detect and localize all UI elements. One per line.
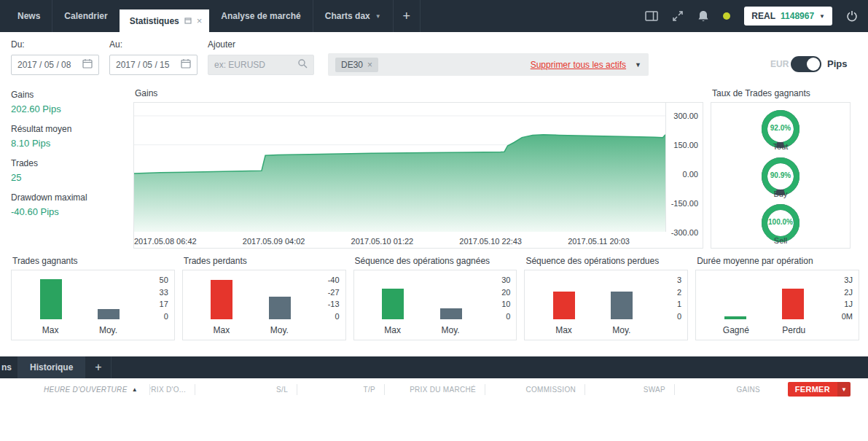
gains-area-chart: 300.00150.000.00-150.00-300.00 2017.05.0… [133, 102, 703, 249]
to-label: Au: [109, 39, 122, 50]
y-tick-label: 150.00 [673, 141, 698, 149]
tab-positions-partial[interactable]: ns [0, 356, 18, 378]
account-number: 1148967 [781, 11, 814, 21]
y-tick-label: -150.00 [671, 199, 698, 208]
mini-bars [364, 279, 480, 319]
toggle-knob [807, 58, 820, 71]
gains-plot-area [134, 103, 666, 232]
layout-icon[interactable] [645, 11, 658, 21]
y-tick-label: 300.00 [673, 112, 698, 120]
mini-chart-title: Séquence des opérations perdues [525, 256, 688, 266]
to-date-input[interactable] [116, 60, 178, 70]
remove-asset-icon[interactable]: × [367, 60, 372, 70]
symbol-search-field[interactable] [208, 55, 314, 75]
winrate-title: Taux de Trades gagnants [712, 88, 851, 98]
mini-categories: MaxMoy. [364, 325, 480, 335]
add-panel-tab-button[interactable]: + [85, 356, 112, 378]
mini-y-tick: 0 [506, 312, 510, 321]
tab-label: Statistiques [130, 16, 179, 26]
stat-value: -40.60 Pips [11, 206, 133, 217]
remove-all-assets-link[interactable]: Supprimer tous les actifs [531, 60, 626, 70]
winrate-gauge-tout: 92.0% Tout [760, 109, 801, 151]
mini-chart-panel: -40-27-130 MaxMoy. [182, 270, 346, 340]
column-header-1[interactable]: HEURE D'OUVERTURE▲ [0, 384, 149, 395]
close-icon[interactable]: × [197, 15, 203, 26]
mini-y-axis: -40-27-130 [328, 276, 340, 321]
column-header-7[interactable]: SWAP [584, 384, 674, 395]
workspace-tabs: News Calendrier Statistiques × Analyse d… [0, 0, 421, 32]
bottom-tab-bar: ns Historique + [0, 356, 868, 378]
to-date-field[interactable] [109, 55, 198, 75]
tab-statistiques[interactable]: Statistiques × [120, 9, 210, 32]
winrate-gauge-buy: 90.9% Buy [760, 156, 801, 198]
stat-drawdown: Drawdown maximal -40.60 Pips [11, 192, 133, 217]
chevron-down-icon[interactable]: ▼ [635, 61, 641, 69]
column-header-8[interactable]: GAINS [674, 384, 769, 395]
x-tick-label: 2017.05.09 04:02 [243, 237, 305, 246]
stat-label: Résultat moyen [11, 124, 133, 134]
tab-analyse-de-marche[interactable]: Analyse de marché [209, 0, 312, 32]
from-date-input[interactable] [17, 60, 79, 70]
filter-bar: Du: Au: Ajouter DE30 × Supprime [0, 32, 868, 84]
symbol-search-input[interactable] [214, 60, 294, 70]
calendar-icon[interactable] [181, 58, 191, 71]
mini-y-tick: 50 [160, 276, 168, 284]
close-all-button[interactable]: FERMER ▼ [788, 382, 851, 397]
mini-y-tick: 1J [844, 300, 853, 308]
y-tick-label: 0.00 [683, 170, 698, 179]
tab-news[interactable]: News [6, 0, 52, 32]
add-tab-button[interactable]: + [393, 0, 421, 32]
bar-max [40, 279, 62, 319]
column-header-4[interactable]: T/P [297, 384, 384, 395]
top-bar-right: REAL 1148967 ▼ [645, 0, 868, 32]
fullscreen-icon[interactable] [672, 10, 684, 22]
bar-category-label: Moy. [99, 325, 117, 335]
asset-tag-de30[interactable]: DE30 × [335, 58, 378, 72]
mini-charts-row: Trades gagnants 5033170 MaxMoy. Trades p… [0, 256, 868, 340]
power-icon[interactable] [846, 10, 858, 22]
from-date-field[interactable] [11, 55, 99, 75]
tab-historique[interactable]: Historique [18, 356, 85, 378]
bar-category-label: Moy. [612, 325, 630, 335]
mini-categories: MaxMoy. [22, 325, 138, 335]
winrate-gauge-sell: 100.0% Sell [760, 203, 801, 245]
bell-icon[interactable] [697, 10, 709, 23]
pips-label[interactable]: Pips [827, 58, 847, 69]
mini-y-tick: 10 [501, 300, 510, 308]
column-header-5[interactable]: PRIX DU MARCHÉ [384, 384, 485, 395]
account-switcher[interactable]: REAL 1148967 ▼ [744, 7, 832, 26]
tab-charts-dax[interactable]: Charts dax ▼ [313, 0, 393, 32]
tab-calendrier[interactable]: Calendrier [52, 0, 119, 32]
mini-chart-panel: 3J2J1J0M GagnéPerdu [695, 270, 859, 340]
selected-assets-box: DE30 × Supprimer tous les actifs ▼ [328, 53, 649, 76]
gauge-value: 100.0% [760, 218, 801, 226]
mini-y-tick: 2J [844, 288, 853, 297]
stat-label: Trades [11, 158, 133, 168]
gauge-value: 90.9% [760, 171, 801, 179]
gauge-label: Tout [760, 142, 801, 151]
column-header-3[interactable]: S/L [195, 384, 297, 395]
mini-y-tick: 0M [842, 312, 853, 321]
statistics-content: Gains 202.60 Pips Résultat moyen 8.10 Pi… [0, 84, 868, 249]
mini-chart-panel: 3020100 MaxMoy. [353, 270, 517, 340]
popout-icon[interactable] [184, 17, 192, 24]
mini-categories: MaxMoy. [193, 325, 309, 335]
mini-y-tick: 17 [160, 300, 168, 308]
bar-max [382, 289, 404, 319]
summary-stats: Gains 202.60 Pips Résultat moyen 8.10 Pi… [11, 88, 133, 249]
stat-resultat-moyen: Résultat moyen 8.10 Pips [11, 124, 133, 149]
calendar-icon[interactable] [82, 58, 93, 71]
mini-bars [22, 279, 138, 319]
bar-category-label: Max [384, 325, 401, 335]
bar-category-label: Max [42, 325, 59, 335]
asset-tag-label: DE30 [341, 60, 363, 70]
gains-chart-section: Gains 300.00150.000.00-150.00-300.00 201… [133, 88, 703, 249]
mini-chart-panel: 5033170 MaxMoy. [11, 270, 175, 340]
chevron-down-icon[interactable]: ▼ [837, 382, 851, 397]
column-header-6[interactable]: COMMISSION [485, 384, 584, 395]
search-icon [297, 58, 308, 71]
bar-moy [440, 308, 462, 319]
column-header-2[interactable]: PRIX D'O... [149, 384, 195, 395]
currency-pips-toggle[interactable] [791, 56, 821, 72]
currency-label[interactable]: EUR [770, 59, 789, 69]
